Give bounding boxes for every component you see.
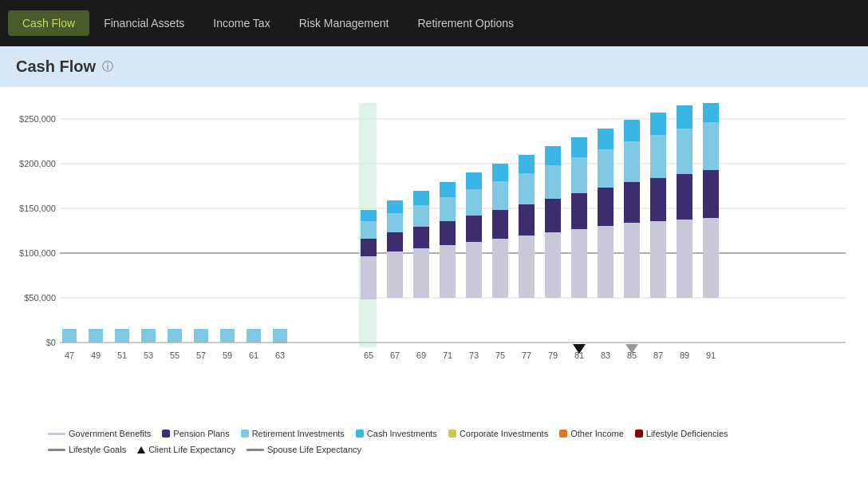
svg-rect-57 <box>571 157 587 193</box>
svg-rect-38 <box>440 182 456 197</box>
legend-cash-investments: Cash Investments <box>356 429 437 438</box>
svg-text:87: 87 <box>653 350 663 360</box>
nav-tab-cashflow[interactable]: Cash Flow <box>8 10 89 36</box>
government-benefits-swatch <box>48 433 65 435</box>
legend-retirement-investments: Retirement Investments <box>241 429 345 438</box>
client-life-expectancy-icon <box>137 446 145 453</box>
svg-text:$50,000: $50,000 <box>24 293 56 303</box>
svg-rect-45 <box>492 181 508 210</box>
svg-rect-64 <box>624 223 640 298</box>
svg-rect-65 <box>624 182 640 223</box>
svg-rect-56 <box>571 193 587 229</box>
svg-text:$250,000: $250,000 <box>19 114 56 124</box>
svg-rect-18 <box>168 329 182 343</box>
nav-tab-incometax[interactable]: Income Tax <box>199 10 284 36</box>
svg-rect-53 <box>545 165 561 199</box>
svg-text:81: 81 <box>574 350 584 360</box>
svg-rect-61 <box>598 188 614 226</box>
nav-tab-financial[interactable]: Financial Assets <box>89 10 199 36</box>
nav-tab-risk[interactable]: Risk Management <box>285 10 404 36</box>
svg-rect-26 <box>361 210 377 221</box>
svg-rect-47 <box>519 236 535 298</box>
svg-rect-25 <box>361 221 377 239</box>
svg-rect-32 <box>413 227 429 248</box>
spouse-life-expectancy-swatch <box>247 449 264 451</box>
svg-rect-77 <box>703 218 719 298</box>
svg-text:47: 47 <box>65 350 74 360</box>
corporate-investments-swatch <box>448 430 456 438</box>
svg-rect-75 <box>677 129 692 174</box>
svg-rect-19 <box>194 329 208 343</box>
svg-rect-36 <box>440 221 456 245</box>
page-title: Cash Flow <box>16 57 96 76</box>
svg-rect-20 <box>220 329 235 343</box>
chart-container: $250,000 $200,000 $150,000 $100,000 $50,… <box>0 87 868 422</box>
legend-lifestyle-deficiencies-label: Lifestyle Deficiencies <box>646 429 728 438</box>
lifestyle-deficiencies-swatch <box>635 430 643 438</box>
svg-rect-49 <box>519 173 535 204</box>
svg-text:71: 71 <box>443 350 452 360</box>
svg-text:59: 59 <box>223 350 232 360</box>
svg-text:63: 63 <box>275 350 285 360</box>
svg-rect-31 <box>413 248 429 298</box>
svg-rect-76 <box>677 105 692 129</box>
legend-row-2: Lifestyle Goals Client Life Expectancy S… <box>48 445 844 454</box>
svg-text:$200,000: $200,000 <box>19 159 56 168</box>
nav-bar: Cash Flow Financial Assets Income Tax Ri… <box>0 0 868 46</box>
svg-rect-55 <box>571 229 587 298</box>
svg-text:89: 89 <box>680 350 689 360</box>
svg-rect-71 <box>650 135 666 178</box>
pension-plans-swatch <box>162 430 170 438</box>
legend-retirement-investments-label: Retirement Investments <box>252 429 345 438</box>
svg-rect-27 <box>387 251 403 298</box>
svg-text:61: 61 <box>249 350 258 360</box>
svg-text:67: 67 <box>390 350 400 360</box>
svg-rect-60 <box>598 226 614 298</box>
svg-rect-22 <box>273 329 287 343</box>
svg-rect-66 <box>624 141 640 182</box>
svg-rect-21 <box>247 329 261 343</box>
svg-text:55: 55 <box>170 350 180 360</box>
nav-tab-retirement[interactable]: Retirement Options <box>403 10 528 36</box>
svg-rect-51 <box>545 232 561 298</box>
legend-lifestyle-goals: Lifestyle Goals <box>48 445 126 454</box>
svg-rect-34 <box>413 191 429 205</box>
svg-text:53: 53 <box>144 350 153 360</box>
legend-pension-plans: Pension Plans <box>162 429 229 438</box>
svg-rect-80 <box>703 103 719 122</box>
svg-text:73: 73 <box>469 350 479 360</box>
svg-rect-67 <box>624 120 640 141</box>
svg-rect-28 <box>387 232 403 251</box>
svg-rect-15 <box>89 329 103 343</box>
svg-rect-35 <box>440 245 456 298</box>
legend-corporate-investments: Corporate Investments <box>448 429 548 438</box>
svg-text:$150,000: $150,000 <box>19 204 56 213</box>
svg-rect-62 <box>598 149 614 188</box>
info-icon[interactable]: ⓘ <box>102 60 113 74</box>
svg-text:77: 77 <box>522 350 531 360</box>
legend-client-life-expectancy-label: Client Life Expectancy <box>148 445 235 454</box>
svg-rect-72 <box>650 113 666 135</box>
svg-text:79: 79 <box>548 350 558 360</box>
svg-rect-63 <box>598 129 614 149</box>
legend-other-income-label: Other Income <box>570 429 624 438</box>
svg-rect-17 <box>141 329 156 343</box>
svg-rect-23 <box>361 256 377 299</box>
svg-rect-70 <box>650 178 666 221</box>
svg-text:$0: $0 <box>46 338 56 347</box>
svg-rect-39 <box>466 242 482 298</box>
svg-rect-43 <box>492 239 508 298</box>
retirement-investments-swatch <box>241 430 249 438</box>
svg-rect-48 <box>519 204 535 236</box>
svg-rect-33 <box>413 205 429 227</box>
other-income-swatch <box>559 430 567 438</box>
legend-pension-plans-label: Pension Plans <box>173 429 229 438</box>
svg-rect-29 <box>387 213 403 232</box>
svg-rect-69 <box>650 221 666 298</box>
svg-rect-41 <box>466 189 482 216</box>
svg-rect-16 <box>115 329 129 343</box>
svg-text:49: 49 <box>91 350 101 360</box>
svg-rect-30 <box>387 200 403 213</box>
svg-rect-44 <box>492 210 508 239</box>
svg-rect-73 <box>677 220 692 298</box>
